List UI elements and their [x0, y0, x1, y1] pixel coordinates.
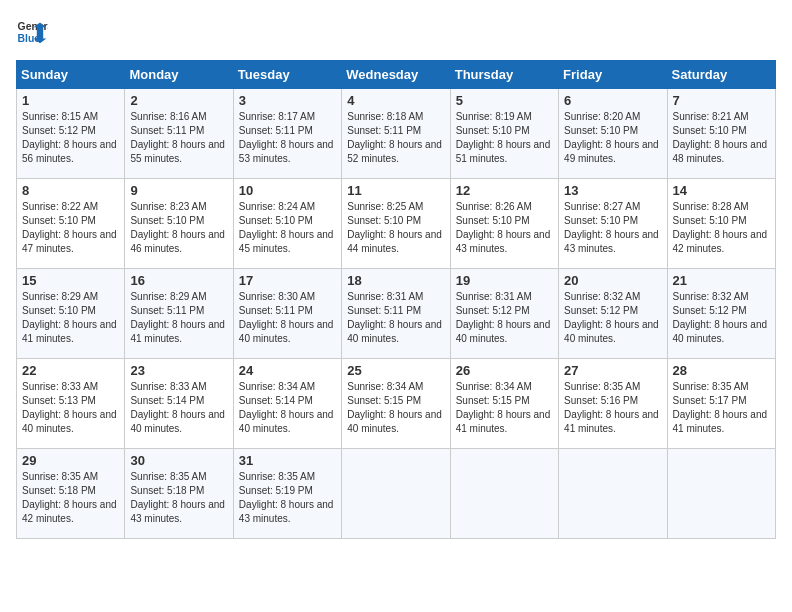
sunset-label: Sunset: 5:11 PM — [347, 125, 421, 136]
daylight-label: Daylight: 8 hours and 41 minutes. — [673, 409, 768, 434]
day-number: 22 — [22, 363, 119, 378]
day-number: 6 — [564, 93, 661, 108]
day-number: 1 — [22, 93, 119, 108]
sunrise-label: Sunrise: 8:35 AM — [130, 471, 206, 482]
sunset-label: Sunset: 5:17 PM — [673, 395, 747, 406]
cell-content: Sunrise: 8:24 AMSunset: 5:10 PMDaylight:… — [239, 200, 336, 256]
calendar-cell: 14Sunrise: 8:28 AMSunset: 5:10 PMDayligh… — [667, 179, 775, 269]
calendar-cell: 19Sunrise: 8:31 AMSunset: 5:12 PMDayligh… — [450, 269, 558, 359]
calendar-cell: 31Sunrise: 8:35 AMSunset: 5:19 PMDayligh… — [233, 449, 341, 539]
cell-content: Sunrise: 8:25 AMSunset: 5:10 PMDaylight:… — [347, 200, 444, 256]
day-number: 25 — [347, 363, 444, 378]
calendar-cell: 29Sunrise: 8:35 AMSunset: 5:18 PMDayligh… — [17, 449, 125, 539]
daylight-label: Daylight: 8 hours and 45 minutes. — [239, 229, 334, 254]
calendar-cell: 28Sunrise: 8:35 AMSunset: 5:17 PMDayligh… — [667, 359, 775, 449]
daylight-label: Daylight: 8 hours and 40 minutes. — [456, 319, 551, 344]
daylight-label: Daylight: 8 hours and 41 minutes. — [456, 409, 551, 434]
sunrise-label: Sunrise: 8:31 AM — [456, 291, 532, 302]
day-number: 24 — [239, 363, 336, 378]
day-number: 16 — [130, 273, 227, 288]
calendar-week-row: 8Sunrise: 8:22 AMSunset: 5:10 PMDaylight… — [17, 179, 776, 269]
sunset-label: Sunset: 5:10 PM — [22, 305, 96, 316]
day-number: 21 — [673, 273, 770, 288]
sunrise-label: Sunrise: 8:32 AM — [673, 291, 749, 302]
sunrise-label: Sunrise: 8:22 AM — [22, 201, 98, 212]
day-number: 9 — [130, 183, 227, 198]
calendar-cell: 9Sunrise: 8:23 AMSunset: 5:10 PMDaylight… — [125, 179, 233, 269]
cell-content: Sunrise: 8:35 AMSunset: 5:19 PMDaylight:… — [239, 470, 336, 526]
daylight-label: Daylight: 8 hours and 40 minutes. — [239, 319, 334, 344]
cell-content: Sunrise: 8:35 AMSunset: 5:18 PMDaylight:… — [22, 470, 119, 526]
day-number: 30 — [130, 453, 227, 468]
sunrise-label: Sunrise: 8:15 AM — [22, 111, 98, 122]
day-header-wednesday: Wednesday — [342, 61, 450, 89]
calendar-cell: 21Sunrise: 8:32 AMSunset: 5:12 PMDayligh… — [667, 269, 775, 359]
calendar-cell: 1Sunrise: 8:15 AMSunset: 5:12 PMDaylight… — [17, 89, 125, 179]
sunrise-label: Sunrise: 8:35 AM — [564, 381, 640, 392]
cell-content: Sunrise: 8:30 AMSunset: 5:11 PMDaylight:… — [239, 290, 336, 346]
sunrise-label: Sunrise: 8:23 AM — [130, 201, 206, 212]
sunrise-label: Sunrise: 8:24 AM — [239, 201, 315, 212]
sunset-label: Sunset: 5:16 PM — [564, 395, 638, 406]
daylight-label: Daylight: 8 hours and 43 minutes. — [130, 499, 225, 524]
day-number: 14 — [673, 183, 770, 198]
calendar-cell — [559, 449, 667, 539]
day-header-tuesday: Tuesday — [233, 61, 341, 89]
calendar-cell: 20Sunrise: 8:32 AMSunset: 5:12 PMDayligh… — [559, 269, 667, 359]
cell-content: Sunrise: 8:28 AMSunset: 5:10 PMDaylight:… — [673, 200, 770, 256]
cell-content: Sunrise: 8:26 AMSunset: 5:10 PMDaylight:… — [456, 200, 553, 256]
sunrise-label: Sunrise: 8:29 AM — [22, 291, 98, 302]
calendar-cell: 11Sunrise: 8:25 AMSunset: 5:10 PMDayligh… — [342, 179, 450, 269]
sunset-label: Sunset: 5:15 PM — [456, 395, 530, 406]
sunrise-label: Sunrise: 8:33 AM — [130, 381, 206, 392]
sunrise-label: Sunrise: 8:28 AM — [673, 201, 749, 212]
daylight-label: Daylight: 8 hours and 43 minutes. — [239, 499, 334, 524]
daylight-label: Daylight: 8 hours and 47 minutes. — [22, 229, 117, 254]
sunset-label: Sunset: 5:15 PM — [347, 395, 421, 406]
cell-content: Sunrise: 8:18 AMSunset: 5:11 PMDaylight:… — [347, 110, 444, 166]
sunrise-label: Sunrise: 8:35 AM — [239, 471, 315, 482]
calendar-cell: 22Sunrise: 8:33 AMSunset: 5:13 PMDayligh… — [17, 359, 125, 449]
sunrise-label: Sunrise: 8:19 AM — [456, 111, 532, 122]
day-header-monday: Monday — [125, 61, 233, 89]
sunrise-label: Sunrise: 8:33 AM — [22, 381, 98, 392]
daylight-label: Daylight: 8 hours and 46 minutes. — [130, 229, 225, 254]
day-number: 13 — [564, 183, 661, 198]
daylight-label: Daylight: 8 hours and 40 minutes. — [347, 409, 442, 434]
logo: General Blue — [16, 16, 48, 48]
day-number: 2 — [130, 93, 227, 108]
daylight-label: Daylight: 8 hours and 52 minutes. — [347, 139, 442, 164]
cell-content: Sunrise: 8:35 AMSunset: 5:16 PMDaylight:… — [564, 380, 661, 436]
cell-content: Sunrise: 8:15 AMSunset: 5:12 PMDaylight:… — [22, 110, 119, 166]
daylight-label: Daylight: 8 hours and 40 minutes. — [130, 409, 225, 434]
daylight-label: Daylight: 8 hours and 40 minutes. — [673, 319, 768, 344]
sunset-label: Sunset: 5:18 PM — [130, 485, 204, 496]
day-number: 7 — [673, 93, 770, 108]
daylight-label: Daylight: 8 hours and 56 minutes. — [22, 139, 117, 164]
calendar-week-row: 29Sunrise: 8:35 AMSunset: 5:18 PMDayligh… — [17, 449, 776, 539]
sunset-label: Sunset: 5:11 PM — [130, 305, 204, 316]
daylight-label: Daylight: 8 hours and 55 minutes. — [130, 139, 225, 164]
sunrise-label: Sunrise: 8:31 AM — [347, 291, 423, 302]
calendar-header-row: SundayMondayTuesdayWednesdayThursdayFrid… — [17, 61, 776, 89]
day-number: 31 — [239, 453, 336, 468]
sunrise-label: Sunrise: 8:30 AM — [239, 291, 315, 302]
sunset-label: Sunset: 5:12 PM — [673, 305, 747, 316]
cell-content: Sunrise: 8:29 AMSunset: 5:10 PMDaylight:… — [22, 290, 119, 346]
day-header-sunday: Sunday — [17, 61, 125, 89]
cell-content: Sunrise: 8:32 AMSunset: 5:12 PMDaylight:… — [673, 290, 770, 346]
cell-content: Sunrise: 8:32 AMSunset: 5:12 PMDaylight:… — [564, 290, 661, 346]
sunset-label: Sunset: 5:14 PM — [130, 395, 204, 406]
calendar-table: SundayMondayTuesdayWednesdayThursdayFrid… — [16, 60, 776, 539]
calendar-cell — [667, 449, 775, 539]
daylight-label: Daylight: 8 hours and 53 minutes. — [239, 139, 334, 164]
calendar-cell — [450, 449, 558, 539]
calendar-cell: 4Sunrise: 8:18 AMSunset: 5:11 PMDaylight… — [342, 89, 450, 179]
logo-icon: General Blue — [16, 16, 48, 48]
sunrise-label: Sunrise: 8:35 AM — [673, 381, 749, 392]
day-number: 18 — [347, 273, 444, 288]
calendar-cell: 24Sunrise: 8:34 AMSunset: 5:14 PMDayligh… — [233, 359, 341, 449]
sunset-label: Sunset: 5:13 PM — [22, 395, 96, 406]
day-header-saturday: Saturday — [667, 61, 775, 89]
calendar-cell: 26Sunrise: 8:34 AMSunset: 5:15 PMDayligh… — [450, 359, 558, 449]
